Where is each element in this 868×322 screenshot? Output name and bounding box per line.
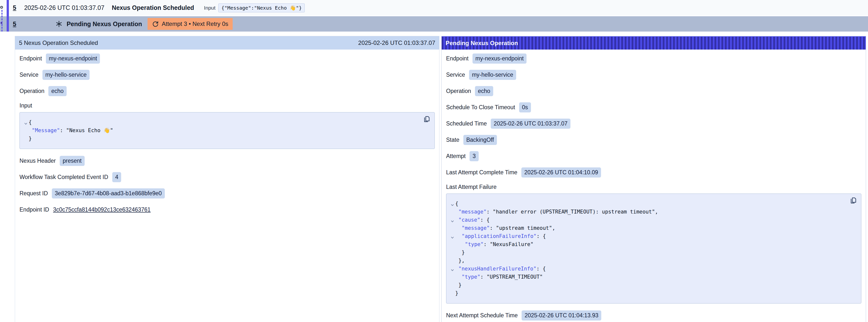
code-text: "applicationFailureInfo": { <box>455 232 546 240</box>
retry-badge: Attempt 3 • Next Retry 0s <box>148 18 233 30</box>
json-text: : "handler error (UPSTREAM_TIMEOUT): ups… <box>487 209 658 215</box>
event-panel-timestamp: 2025-02-26 UTC 01:03:37.07 <box>358 39 435 46</box>
pending-title: Pending Nexus Operation <box>67 21 142 28</box>
pending-operation-panel: Pending Nexus Operation Endpointmy-nexus… <box>441 36 866 322</box>
field-label: Service <box>446 71 465 78</box>
endpoint-id-link[interactable]: 3c0c75ccfa8144b092c13ce632463761 <box>53 206 151 213</box>
field-label: Scheduled Time <box>446 120 487 127</box>
code-text: "Message": "Nexus Echo 👋" <box>29 127 113 135</box>
code-line: "applicationFailureInfo": { <box>449 232 844 240</box>
field-label: Input <box>20 102 435 109</box>
json-text: : "Nexus Echo 👋" <box>60 127 113 133</box>
json-key: "type" <box>465 242 484 247</box>
field-label: Endpoint <box>20 55 42 62</box>
field-label: Workflow Task Completed Event ID <box>20 174 108 181</box>
json-key: "applicationFailureInfo" <box>462 233 536 239</box>
json-code-block: {"message": "handler error (UPSTREAM_TIM… <box>446 194 861 303</box>
json-text: : "NexusFailure" <box>484 242 533 247</box>
code-line: "type": "UPSTREAM_TIMEOUT" <box>449 273 844 281</box>
code-gutter <box>449 282 455 290</box>
event-panel-header: 5 Nexus Operation Scheduled 2025-02-26 U… <box>15 36 439 50</box>
field-label: Operation <box>446 88 471 94</box>
pending-panel-body: Endpointmy-nexus-endpointServicemy-hello… <box>442 50 866 322</box>
code-text: } <box>455 289 458 297</box>
json-text: } <box>455 290 458 296</box>
nexus-event-screen: 5 2025-02-26 UTC 01:03:37.07 Nexus Opera… <box>0 0 868 322</box>
code-gutter <box>449 274 455 282</box>
code-text: "cause": { <box>455 216 490 224</box>
field-label: Service <box>20 71 38 78</box>
field-label: State <box>446 137 459 143</box>
field-endpoint-id: Endpoint ID3c0c75ccfa8144b092c13ce632463… <box>20 205 435 215</box>
field-operation: Operationecho <box>20 86 435 96</box>
event-title: Nexus Operation Scheduled <box>112 4 194 11</box>
field-state: StateBackingOff <box>446 135 861 145</box>
timeline-event-circle-icon <box>0 6 3 9</box>
event-input-label: Input <box>204 5 216 11</box>
code-line: { <box>449 200 844 208</box>
field-value-chip: 2025-02-26 UTC 01:04:13.93 <box>522 311 601 321</box>
collapse-chevron-icon[interactable] <box>449 217 455 225</box>
code-line: "message": "upstream timeout", <box>449 224 844 232</box>
field-workflow-task-completed-event-id: Workflow Task Completed Event ID4 <box>20 172 435 182</box>
event-input-value-chip: {"Message":"Nexus Echo 👋"} <box>218 3 305 12</box>
json-text: { <box>29 119 32 125</box>
field-value-chip: 0s <box>519 102 531 112</box>
pending-id-link[interactable]: 5 <box>13 21 16 28</box>
json-text: { <box>455 201 458 206</box>
collapse-chevron-icon[interactable] <box>449 201 455 209</box>
json-key: "nexusHandlerFailureInfo" <box>458 266 536 272</box>
json-code-block: {"Message": "Nexus Echo 👋"} <box>20 112 435 149</box>
code-gutter <box>23 128 29 136</box>
code-line: } <box>449 289 844 297</box>
field-value-chip: echo <box>49 86 67 96</box>
code-gutter <box>449 250 455 258</box>
event-panel-title: 5 Nexus Operation Scheduled <box>19 39 98 46</box>
json-text: } <box>29 136 32 141</box>
code-gutter <box>449 225 455 233</box>
collapse-chevron-icon[interactable] <box>449 266 455 274</box>
event-panel-body: Endpointmy-nexus-endpointServicemy-hello… <box>15 50 439 322</box>
field-label: Request ID <box>20 190 48 197</box>
field-last-attempt-complete-time: Last Attempt Complete Time2025-02-26 UTC… <box>446 167 861 178</box>
field-input: Input{"Message": "Nexus Echo 👋"} <box>20 102 435 149</box>
json-key: "message" <box>458 209 487 215</box>
field-endpoint: Endpointmy-nexus-endpoint <box>20 54 435 64</box>
code-gutter <box>449 290 455 298</box>
copy-icon[interactable] <box>423 116 431 123</box>
code-text: "type": "NexusFailure" <box>455 240 533 249</box>
event-history-row[interactable]: 5 2025-02-26 UTC 01:03:37.07 Nexus Opera… <box>0 0 868 15</box>
field-value-chip: 4 <box>112 172 121 182</box>
detail-panels: 5 Nexus Operation Scheduled 2025-02-26 U… <box>15 36 866 322</box>
code-text: { <box>455 200 458 208</box>
code-text: { <box>29 118 32 127</box>
field-label: Endpoint <box>446 55 469 62</box>
event-id-link[interactable]: 5 <box>13 4 16 11</box>
code-line: { <box>23 118 417 127</box>
field-service: Servicemy-hello-service <box>446 70 861 80</box>
pending-operation-row[interactable]: 5 Pending Nexus Operation Attempt 3 • Ne… <box>0 16 868 32</box>
field-value-chip: echo <box>475 86 493 96</box>
event-timestamp: 2025-02-26 UTC 01:03:37.07 <box>24 4 104 11</box>
json-text: : { <box>536 233 546 239</box>
json-text: }, <box>458 258 465 264</box>
field-last-attempt-failure: Last Attempt Failure{"message": "handler… <box>446 184 861 303</box>
json-key: "message" <box>462 225 490 231</box>
code-gutter <box>23 136 29 144</box>
collapse-chevron-icon[interactable] <box>449 233 455 242</box>
pending-panel-title: Pending Nexus Operation <box>445 40 518 46</box>
code-text: "message": "upstream timeout", <box>455 224 555 232</box>
code-text: } <box>455 249 465 257</box>
copy-icon[interactable] <box>850 197 857 204</box>
code-text: } <box>29 135 32 143</box>
json-text: } <box>462 250 465 255</box>
code-line: } <box>23 135 417 143</box>
field-value-chip: 2025-02-26 UTC 01:04:10.09 <box>521 167 601 178</box>
field-value-chip: BackingOff <box>463 135 497 145</box>
collapse-chevron-icon[interactable] <box>23 120 29 128</box>
field-label: Operation <box>20 88 44 94</box>
field-next-attempt-schedule-time: Next Attempt Schedule Time2025-02-26 UTC… <box>446 311 861 321</box>
code-line: "type": "NexusFailure" <box>449 240 844 249</box>
retry-icon <box>152 21 159 27</box>
field-label: Schedule To Close Timeout <box>446 104 515 111</box>
